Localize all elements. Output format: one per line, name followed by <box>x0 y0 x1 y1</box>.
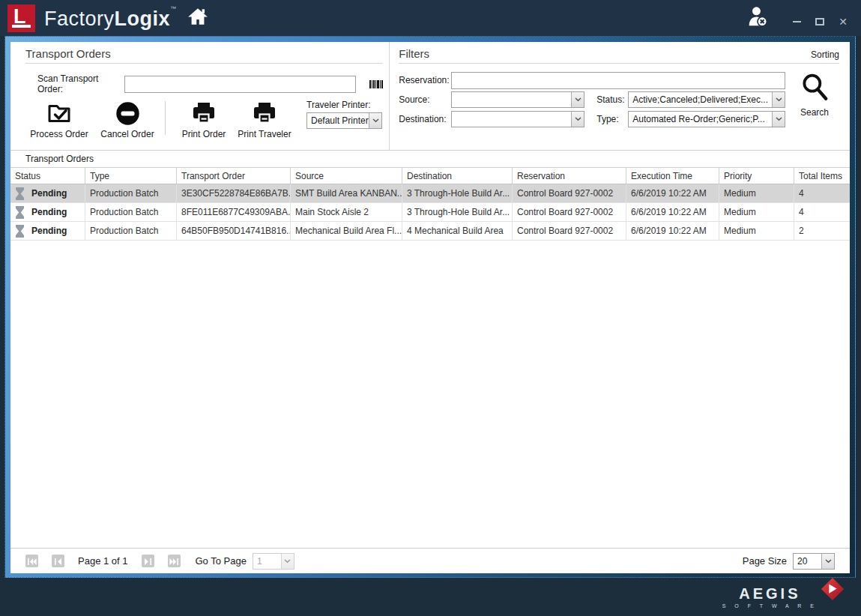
aegis-software-text: S O F T W A R E <box>722 603 818 609</box>
previous-page-icon <box>55 555 62 568</box>
go-to-page-combo[interactable]: 1 <box>253 553 294 570</box>
type-cell: Production Batch <box>85 184 177 203</box>
column-header-total-items[interactable]: Total Items <box>794 167 850 184</box>
status-value: Active;Canceled;Delivered;Exec... <box>629 94 772 105</box>
type-label: Type: <box>596 114 628 124</box>
print-traveler-button[interactable]: Print Traveler <box>232 100 297 139</box>
total-items-cell: 4 <box>794 203 850 222</box>
search-button[interactable]: Search <box>790 72 839 129</box>
destination-combo[interactable] <box>451 111 584 127</box>
content-frame: Transport Orders Scan Transport Order: <box>4 36 856 578</box>
chevron-down-icon[interactable] <box>772 92 785 107</box>
status-label: Status: <box>596 94 628 105</box>
traveler-printer-value: Default Printer <box>307 115 369 126</box>
column-header-type[interactable]: Type <box>85 167 177 184</box>
table-row[interactable]: Pending Production Batch 64B50FB950D1474… <box>10 222 850 241</box>
chevron-down-icon[interactable] <box>281 554 294 569</box>
type-combo[interactable]: Automated Re-Order;Generic;P... <box>628 111 785 127</box>
next-page-button[interactable] <box>142 555 154 567</box>
scan-transport-order-input[interactable] <box>124 76 357 93</box>
page-size-combo[interactable]: 20 <box>793 553 835 570</box>
close-icon[interactable]: ✕ <box>839 18 848 25</box>
column-header-transport-order[interactable]: Transport Order <box>177 167 291 184</box>
toolbar: Process Order Cancel Order <box>25 100 383 139</box>
chevron-down-icon[interactable] <box>821 554 834 569</box>
source-label: Source: <box>399 94 451 105</box>
column-header-reservation[interactable]: Reservation <box>513 167 626 184</box>
column-header-priority[interactable]: Priority <box>719 167 794 184</box>
column-header-destination[interactable]: Destination <box>402 167 513 184</box>
brand-logix: Logix <box>115 7 171 30</box>
status-text: Pending <box>31 188 67 199</box>
cancel-circle-icon <box>115 100 140 127</box>
factorylogix-logo: L <box>7 4 35 32</box>
type-cell: Production Batch <box>85 203 177 222</box>
app-title: FactoryLogix™ <box>44 5 177 31</box>
source-cell: Mechanical Build Area Fl... <box>291 222 402 241</box>
grid-header-row: Status Type Transport Order Source Desti… <box>10 167 850 184</box>
grid-tab-transport-orders[interactable]: Transport Orders <box>10 151 850 167</box>
first-page-button[interactable] <box>25 555 38 567</box>
search-icon <box>800 72 830 106</box>
main-panel: Transport Orders Scan Transport Order: <box>10 42 850 573</box>
table-row[interactable]: Pending Production Batch 8FE011E6877C493… <box>10 203 850 222</box>
process-order-label: Process Order <box>30 129 88 139</box>
print-order-button[interactable]: Print Order <box>176 100 232 139</box>
destination-cell: 3 Through-Hole Build Ar... <box>402 203 513 222</box>
filters-title: Filters <box>399 47 429 60</box>
execution-time-cell: 6/6/2019 10:22 AM <box>626 203 719 222</box>
pagination-bar: Page 1 of 1 Go To Page 1 <box>10 548 850 573</box>
logo-underline <box>12 25 31 28</box>
page-size-label: Page Size <box>743 555 787 567</box>
status-cell: Pending <box>10 203 85 222</box>
reservation-label: Reservation: <box>399 75 451 85</box>
source-cell: SMT Build Area KANBAN... <box>291 184 402 203</box>
column-header-source[interactable]: Source <box>291 167 402 184</box>
filters-body: Reservation: Source: <box>399 70 839 129</box>
next-page-icon <box>144 555 151 568</box>
execution-time-cell: 6/6/2019 10:22 AM <box>626 222 719 241</box>
transport-order-cell: 3E30CF5228784E86BA7B... <box>177 184 291 203</box>
status-combo[interactable]: Active;Canceled;Delivered;Exec... <box>628 91 785 108</box>
source-combo[interactable] <box>451 91 584 108</box>
chevron-down-icon[interactable] <box>571 112 584 127</box>
filters-rule <box>399 63 839 64</box>
folder-check-icon <box>44 100 74 127</box>
chevron-down-icon[interactable] <box>369 113 381 128</box>
search-label: Search <box>800 107 829 118</box>
total-items-cell: 4 <box>794 184 850 203</box>
home-button[interactable] <box>187 7 208 29</box>
pager-right: Page Size 20 <box>743 553 835 570</box>
sorting-link[interactable]: Sorting <box>811 49 839 60</box>
user-x-icon <box>746 19 770 31</box>
printer-icon <box>251 100 278 127</box>
maximize-icon[interactable] <box>815 18 824 25</box>
last-page-button[interactable] <box>168 555 181 567</box>
type-value: Automated Re-Order;Generic;P... <box>629 114 772 124</box>
printer-icon <box>190 100 217 127</box>
process-order-button[interactable]: Process Order <box>25 100 93 139</box>
chevron-down-icon[interactable] <box>571 92 584 107</box>
transport-order-cell: 64B50FB950D14741B816... <box>177 222 291 241</box>
barcode-icon <box>369 80 383 88</box>
table-row[interactable]: Pending Production Batch 3E30CF5228784E8… <box>10 184 850 203</box>
execution-time-cell: 6/6/2019 10:22 AM <box>626 184 719 203</box>
hourglass-icon <box>15 187 25 200</box>
source-status-row: Source: Status: Active;Canceled;Deliv <box>399 90 785 109</box>
logout-user-button[interactable] <box>746 4 770 32</box>
reservation-input[interactable] <box>451 72 785 89</box>
scan-transport-order-label: Scan Transport Order: <box>37 73 118 94</box>
status-cell: Pending <box>10 184 85 203</box>
column-header-status[interactable]: Status <box>10 167 85 184</box>
traveler-printer-label: Traveler Printer: <box>306 100 382 110</box>
minimize-icon[interactable] <box>793 21 801 22</box>
cancel-order-button[interactable]: Cancel Order <box>93 100 162 139</box>
column-header-execution-time[interactable]: Execution Time <box>626 167 719 184</box>
traveler-printer-combo[interactable]: Default Printer <box>306 112 382 129</box>
aegis-brand-text: AEGIS <box>739 585 800 603</box>
chevron-down-icon[interactable] <box>772 112 785 127</box>
aegis-diamond-icon <box>821 577 845 604</box>
previous-page-button[interactable] <box>52 555 64 567</box>
top-section: Transport Orders Scan Transport Order: <box>10 42 850 150</box>
transport-order-cell: 8FE011E6877C49309ABA... <box>177 203 291 222</box>
